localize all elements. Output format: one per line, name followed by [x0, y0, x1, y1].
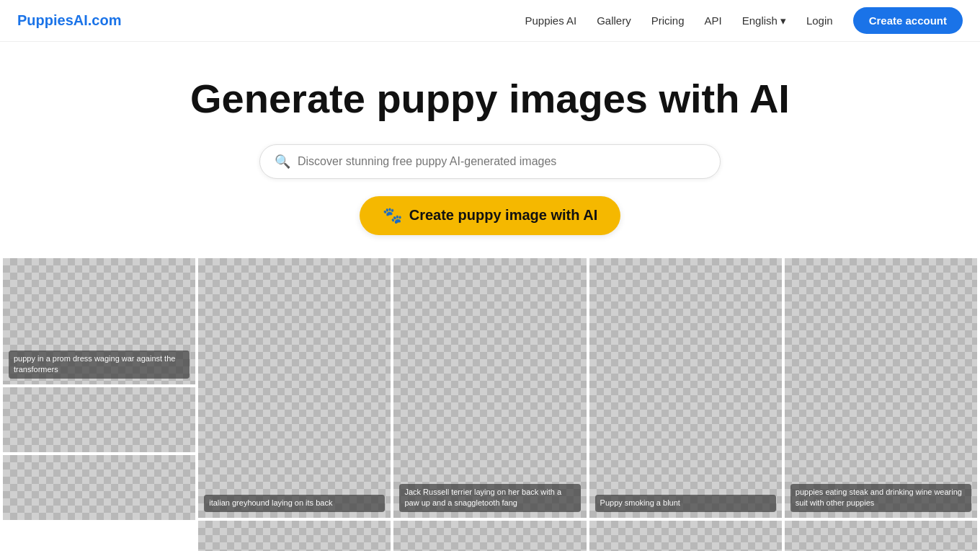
gallery-item[interactable]: puppies eating steak and drinking wine w… [785, 258, 977, 518]
gallery-item[interactable] [198, 521, 391, 551]
paw-icon: 🐾 [383, 206, 402, 225]
gallery-item[interactable] [3, 455, 195, 520]
hero-section: Generate puppy images with AI 🔍 🐾 Create… [0, 42, 980, 258]
gallery-col-2: Jack Russell terrier laying on her back … [393, 258, 586, 551]
search-input[interactable] [298, 155, 705, 168]
gallery-item[interactable]: puppy in a prom dress waging war against… [3, 258, 195, 384]
image-caption: italian greyhound laying on its back [204, 495, 385, 511]
hero-title: Generate puppy images with AI [17, 76, 963, 121]
gallery-col-1: italian greyhound laying on its back [198, 258, 391, 551]
gallery-item[interactable] [393, 521, 586, 551]
nav-logo[interactable]: PuppiesAI.com [17, 12, 121, 29]
nav-language-selector[interactable]: English ▾ [742, 14, 786, 27]
gallery-item[interactable]: Jack Russell terrier laying on her back … [393, 258, 586, 518]
gallery-col-4: puppies eating steak and drinking wine w… [785, 258, 977, 551]
nav-links: Puppies AI Gallery Pricing API English ▾… [525, 7, 963, 34]
create-btn-label: Create puppy image with AI [409, 207, 598, 224]
gallery-grid: puppy in a prom dress waging war against… [0, 258, 980, 551]
navbar: PuppiesAI.com Puppies AI Gallery Pricing… [0, 0, 980, 42]
nav-login-link[interactable]: Login [806, 14, 833, 27]
search-icon: 🔍 [275, 154, 290, 169]
gallery-col-3: Puppy smoking a blunt [589, 258, 782, 551]
gallery-item[interactable]: italian greyhound laying on its back [198, 258, 391, 518]
nav-link-api[interactable]: API [705, 14, 722, 27]
gallery-item[interactable]: Puppy smoking a blunt [589, 258, 782, 518]
search-bar: 🔍 [259, 144, 721, 179]
chevron-down-icon: ▾ [780, 14, 786, 27]
image-caption: Puppy smoking a blunt [595, 495, 776, 511]
image-caption: puppy in a prom dress waging war against… [9, 351, 190, 379]
nav-language-label: English [742, 14, 778, 27]
gallery-item[interactable] [785, 521, 977, 551]
nav-create-account-button[interactable]: Create account [853, 7, 963, 34]
nav-link-puppies-ai[interactable]: Puppies AI [525, 14, 576, 27]
image-caption: Jack Russell terrier laying on her back … [399, 484, 580, 512]
image-caption: puppies eating steak and drinking wine w… [790, 484, 971, 512]
gallery-item[interactable] [3, 387, 195, 452]
nav-link-gallery[interactable]: Gallery [597, 14, 631, 27]
gallery-item[interactable] [589, 521, 782, 551]
create-puppy-button[interactable]: 🐾 Create puppy image with AI [360, 196, 621, 235]
nav-link-pricing[interactable]: Pricing [651, 14, 685, 27]
gallery-col-0: puppy in a prom dress waging war against… [3, 258, 195, 551]
